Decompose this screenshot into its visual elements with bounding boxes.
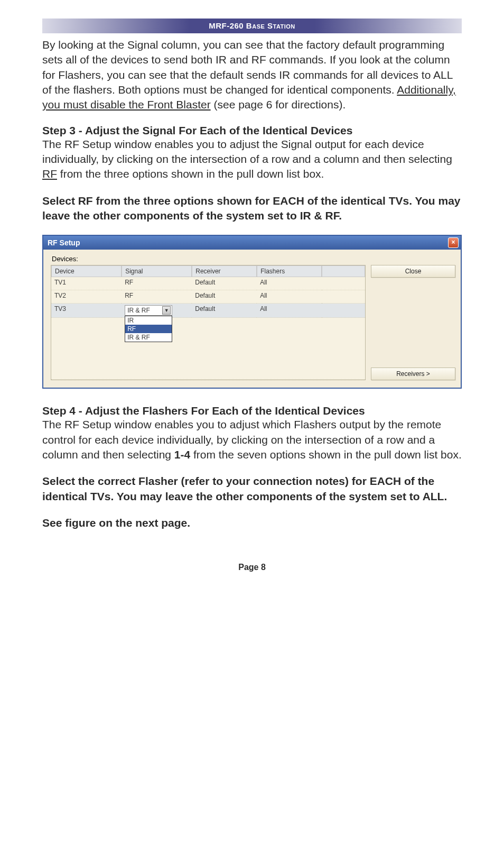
col-device[interactable]: Device <box>51 265 122 277</box>
close-button[interactable]: Close <box>371 265 455 278</box>
col-blank <box>322 265 365 277</box>
signal-dropdown-box[interactable]: IR & RF ▼ <box>125 305 172 316</box>
see-next-page: See figure on the next page. <box>42 516 462 530</box>
devices-label: Devices: <box>52 255 455 263</box>
cell-receiver[interactable]: Default <box>192 304 257 318</box>
receivers-button[interactable]: Receivers > <box>371 368 455 380</box>
cell-device[interactable]: TV3 <box>51 304 122 318</box>
step3-body-underlined: RF <box>42 168 57 180</box>
section-header: MRF-260 Base Station <box>42 19 462 33</box>
rf-window-title: RF Setup <box>48 238 80 247</box>
cell-blank <box>322 290 365 304</box>
close-icon[interactable]: × <box>448 237 459 248</box>
signal-dropdown-value: IR & RF <box>127 307 150 314</box>
signal-dropdown-list: IR RF IR & RF <box>125 316 172 342</box>
dropdown-option-rf[interactable]: RF <box>125 325 172 333</box>
cell-device[interactable]: TV2 <box>51 290 122 304</box>
dropdown-option-ir[interactable]: IR <box>125 316 172 325</box>
step3-body-after: from the three options shown in the pull… <box>57 168 324 180</box>
dropdown-option-irrf[interactable]: IR & RF <box>125 333 172 342</box>
cell-flashers[interactable]: All <box>257 290 322 304</box>
step4-title: Step 4 - Adjust the Flashers For Each of… <box>42 405 462 417</box>
intro-paragraph: By looking at the Signal column, you can… <box>42 38 462 113</box>
col-flashers[interactable]: Flashers <box>257 265 322 277</box>
cell-blank <box>322 304 365 318</box>
page-number: Page 8 <box>42 563 462 572</box>
col-receiver[interactable]: Receiver <box>192 265 257 277</box>
cell-receiver[interactable]: Default <box>192 290 257 304</box>
step3-title: Step 3 - Adjust the Signal For Each of t… <box>42 124 462 137</box>
step3-body: The RF Setup window enables you to adjus… <box>42 137 462 182</box>
rf-titlebar: RF Setup × <box>43 236 461 250</box>
rf-setup-window: RF Setup × Devices: Device Signal Receiv… <box>42 235 462 389</box>
cell-blank <box>322 277 365 290</box>
step4-body-bold: 1-4 <box>174 448 190 461</box>
cell-receiver[interactable]: Default <box>192 277 257 290</box>
intro-text-before: By looking at the Signal column, you can… <box>42 39 453 96</box>
step3-body-before: The RF Setup window enables you to adjus… <box>42 138 452 165</box>
step4-body-after: from the seven options shown in the pull… <box>190 448 462 461</box>
col-signal[interactable]: Signal <box>122 265 192 277</box>
cell-signal[interactable]: RF <box>122 290 192 304</box>
cell-device[interactable]: TV1 <box>51 277 122 290</box>
cell-flashers[interactable]: All <box>257 304 322 318</box>
empty-rows <box>51 318 365 380</box>
step4-body: The RF Setup window enables you to adjus… <box>42 417 462 462</box>
cell-flashers[interactable]: All <box>257 277 322 290</box>
cell-signal[interactable]: RF <box>122 277 192 290</box>
devices-grid: Device Signal Receiver Flashers TV1 RF D… <box>51 265 366 380</box>
chevron-down-icon[interactable]: ▼ <box>162 306 171 315</box>
cell-signal-dropdown[interactable]: IR & RF ▼ IR RF IR & RF <box>122 304 192 318</box>
intro-text-after: (see page 6 for directions). <box>211 98 346 111</box>
step4-callout: Select the correct Flasher (refer to you… <box>42 474 462 504</box>
step3-callout: Select RF from the three options shown f… <box>42 194 462 224</box>
